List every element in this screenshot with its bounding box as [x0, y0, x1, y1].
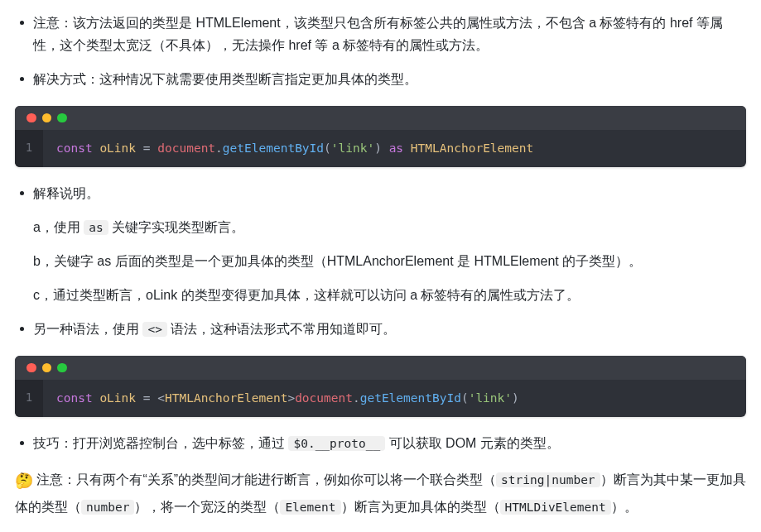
bullet-tip: 技巧：打开浏览器控制台，选中标签，通过 $0.__proto__ 可以获取 DO… [15, 432, 746, 454]
code-block-angle: 1 const oLink = <HTMLAnchorElement>docum… [15, 356, 746, 417]
bullet-alt-syntax: 另一种语法，使用 <> 语法，这种语法形式不常用知道即可。 1 const oL… [15, 318, 746, 416]
line-number: 1 [15, 380, 43, 417]
sub-item-c: c，通过类型断言，oLink 的类型变得更加具体，这样就可以访问 a 标签特有的… [33, 284, 746, 306]
minimize-icon [42, 113, 52, 123]
text: 解释说明。 [33, 186, 99, 200]
bullet-solution: 解决方式：这种情况下就需要使用类型断言指定更加具体的类型。 1 const oL… [15, 68, 746, 166]
text: 解决方式：这种情况下就需要使用类型断言指定更加具体的类型。 [33, 72, 417, 86]
inline-code-angle: <> [142, 322, 166, 337]
text: HTMLElement [195, 16, 280, 30]
close-icon [26, 113, 36, 123]
bullet-explain: 解释说明。 a，使用 as 关键字实现类型断言。 b，关键字 as 后面的类型是… [15, 182, 746, 307]
code-line: const oLink = document.getElementById('l… [43, 130, 547, 167]
sub-list: a，使用 as 关键字实现类型断言。 b，关键字 as 后面的类型是一个更加具体… [33, 216, 746, 307]
window-controls [15, 106, 746, 131]
maximize-icon [57, 113, 67, 123]
sub-item-a: a，使用 as 关键字实现类型断言。 [33, 216, 746, 238]
bullet-note: 注意：该方法返回的类型是 HTMLElement，该类型只包含所有标签公共的属性… [15, 12, 746, 56]
code-line: const oLink = <HTMLAnchorElement>documen… [43, 380, 532, 417]
footnote: 🤔 注意：只有两个有“关系”的类型间才能进行断言，例如你可以将一个联合类型（st… [15, 467, 746, 520]
inline-code-number: number [81, 500, 134, 515]
text: 注意：该方法返回的类型是 [33, 16, 195, 30]
maximize-icon [57, 363, 67, 373]
close-icon [26, 363, 36, 373]
bullet-list: 注意：该方法返回的类型是 HTMLElement，该类型只包含所有标签公共的属性… [15, 12, 746, 454]
inline-code-proto: $0.__proto__ [288, 436, 385, 451]
thinking-emoji-icon: 🤔 [15, 472, 33, 489]
window-controls [15, 356, 746, 381]
minimize-icon [42, 363, 52, 373]
code-block-as: 1 const oLink = document.getElementById(… [15, 106, 746, 167]
inline-code-union: string|number [496, 472, 600, 487]
sub-item-b: b，关键字 as 后面的类型是一个更加具体的类型（HTMLAnchorEleme… [33, 250, 746, 272]
inline-code-element: Element [280, 500, 340, 515]
inline-code-as: as [84, 220, 108, 235]
line-number: 1 [15, 130, 43, 167]
inline-code-htmldiv: HTMLDivElement [500, 500, 611, 515]
